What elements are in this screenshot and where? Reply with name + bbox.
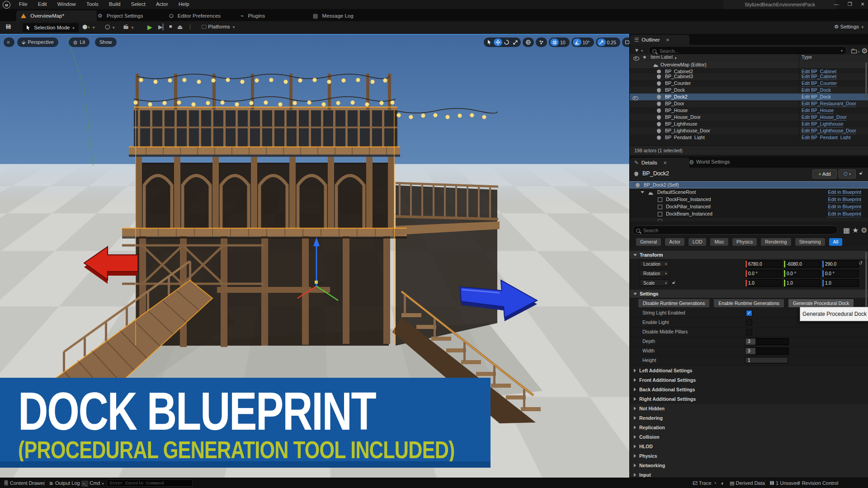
edit-type-link[interactable]: Edit BP_Lighthouse [802, 121, 843, 127]
close-icon[interactable]: ✕ [666, 38, 670, 42]
camera-speed-icon[interactable] [623, 38, 629, 46]
enable-runtime-generations-button[interactable]: Enable Runtime Generations [713, 299, 784, 308]
section-back-additional-settings[interactable]: Back Additional Settings [630, 385, 868, 395]
location-z-field[interactable]: 290.0 [822, 260, 859, 268]
edit-in-blueprint-link[interactable]: Edit in Blueprint [828, 189, 861, 196]
transform-section-header[interactable]: Transform [630, 251, 868, 259]
blueprints-icon[interactable]: ⬡▼ [105, 23, 115, 30]
outliner-row[interactable]: BP_Lighthouse_Door Edit BP_Lighthouse_Do… [630, 127, 868, 134]
tab-world-settings[interactable]: ◍World Settings [689, 159, 730, 165]
outliner-settings-icon[interactable]: ⚙ [861, 47, 868, 55]
location-x-field[interactable]: 6780.0 [745, 260, 782, 268]
disable-runtime-generations-button[interactable]: Disable Runtime Generations [638, 299, 710, 308]
add-folder-icon[interactable]: 🗀︎+ [850, 47, 860, 55]
select-tool-icon[interactable] [485, 38, 494, 46]
pin-column-icon[interactable]: ★ [642, 54, 646, 60]
lock-icon[interactable]: 🔓︎ [859, 170, 863, 176]
edit-type-link[interactable]: Edit BP_House [802, 108, 834, 114]
close-button[interactable]: ✕ [856, 0, 868, 9]
details-search[interactable] [632, 225, 838, 235]
details-search-input[interactable] [642, 227, 818, 234]
cinematics-icon[interactable]: 🎬︎▼ [123, 23, 134, 30]
surface-snapping-icon[interactable] [537, 38, 546, 46]
grid-snap-icon[interactable] [550, 38, 559, 46]
settings-section-header[interactable]: Settings [630, 290, 868, 298]
section-front-additional-settings[interactable]: Front Additional Settings [630, 375, 868, 385]
rotate-tool-icon[interactable] [502, 38, 511, 46]
tab-message-log[interactable]: ▤ Message Log [313, 11, 354, 20]
section-physics[interactable]: Physics [630, 451, 868, 461]
menu-tools[interactable]: Tools [82, 0, 103, 8]
move-tool-icon[interactable] [494, 38, 502, 46]
menu-file[interactable]: File [14, 0, 32, 8]
generate-procedural-dock-button[interactable]: Generate Procedural Dock [788, 299, 854, 308]
category-rendering[interactable]: Rendering [761, 238, 791, 246]
edit-in-blueprint-link[interactable]: Edit in Blueprint [828, 204, 861, 210]
outliner-search-input[interactable] [659, 48, 828, 54]
eject-icon[interactable]: ⏏ [177, 23, 183, 30]
details-scrollbar[interactable] [865, 252, 867, 315]
lit-dropdown[interactable]: ◍Lit [69, 38, 90, 47]
edit-type-link[interactable]: Edit BP_Pendant_Light [802, 135, 851, 140]
display-options-icon[interactable]: ▦ [843, 227, 850, 234]
outliner-search[interactable]: ▾ [649, 46, 847, 55]
menu-select[interactable]: Select [127, 0, 150, 8]
location-y-field[interactable]: -6080.0 [783, 260, 821, 268]
height-field[interactable]: 1 [745, 357, 788, 363]
outliner-scrollbar[interactable] [865, 62, 867, 99]
rotation-snap-value[interactable]: 10° [581, 40, 593, 45]
tab-plugins[interactable]: ⌁ Plugins [241, 11, 265, 20]
tab-editor-preferences[interactable]: ⛭ Editor Preferences [169, 11, 221, 20]
location-dropdown[interactable]: Location▾ [640, 260, 670, 267]
grid-snap-value[interactable]: 10 [559, 40, 568, 45]
close-icon[interactable]: ✕ [663, 160, 667, 165]
unsaved-button[interactable]: 💾︎ 1 Unsaved [769, 478, 800, 488]
details-settings-icon[interactable]: ⚙ [861, 227, 867, 234]
perspective-dropdown[interactable]: ⬙Perspective [17, 38, 58, 47]
category-misc[interactable]: Misc [710, 238, 728, 246]
scale-snap-icon[interactable] [597, 38, 606, 46]
menu-actor[interactable]: Actor [151, 0, 173, 8]
visibility-column-icon[interactable] [633, 56, 639, 61]
edit-in-blueprint-link[interactable]: Edit in Blueprint [828, 197, 861, 203]
outliner-row-selected[interactable]: BP_Dock2 Edit BP_Dock [630, 94, 868, 100]
component-row[interactable]: DockBeam_Instanced Edit in Blueprint [630, 211, 868, 217]
edit-type-link[interactable]: Edit BP_Lighthouse_Door [802, 128, 856, 134]
outliner-row[interactable]: BP_Cabinet3 Edit BP_Cabinet [630, 73, 868, 80]
width-field[interactable]: 3 [745, 347, 789, 355]
component-row[interactable]: DockFloor_Instanced Edit in Blueprint [630, 196, 868, 203]
category-physics[interactable]: Physics [732, 238, 757, 246]
type-column[interactable]: Type [802, 54, 812, 60]
section-right-additional-settings[interactable]: Right Additional Settings [630, 394, 868, 404]
edit-type-link[interactable]: Edit BP_Cabinet [802, 74, 836, 80]
section-rendering[interactable]: Rendering [630, 413, 868, 423]
eye-icon[interactable] [632, 96, 638, 100]
edit-type-link[interactable]: Edit BP_Dock [802, 94, 831, 100]
show-dropdown[interactable]: Show [95, 38, 117, 47]
derived-data-button[interactable]: ▤ Derived Data [730, 478, 765, 488]
category-general[interactable]: General [636, 238, 661, 246]
restore-button[interactable]: ❐ [844, 0, 856, 9]
edit-type-link[interactable]: Edit BP_Cabinet [802, 69, 836, 73]
menu-window[interactable]: Window [53, 0, 80, 8]
minimize-button[interactable]: — [830, 0, 843, 9]
tab-details[interactable]: ✎Details ✕ [630, 158, 689, 168]
rotation-z-field[interactable]: 0.0 ° [822, 270, 859, 277]
tab-overviewmap[interactable]: OverviewMap* [16, 10, 97, 21]
outliner-row[interactable]: BP_House Edit BP_House [630, 107, 868, 114]
disable-middle-pillars-checkbox[interactable] [746, 329, 752, 335]
outliner-row[interactable]: BP_Lighthouse Edit BP_Lighthouse [630, 121, 868, 127]
scale-dropdown[interactable]: Scale▾ [640, 279, 670, 286]
outliner-row[interactable]: BP_Dock Edit BP_Dock [630, 87, 868, 94]
outliner-row[interactable]: BP_Cabinet2 Edit BP_Cabinet [630, 68, 868, 73]
outliner-row[interactable]: BP_Pendant_Light Edit BP_Pendant_Light [630, 134, 868, 140]
output-log-button[interactable]: 🗈︎ Output Log [49, 478, 80, 488]
outliner-world-row[interactable]: OverviewMap (Editor) [630, 61, 868, 68]
tab-outliner[interactable]: ☰Outliner ✕ [630, 35, 689, 45]
console-command-input[interactable]: Enter Console Command [107, 479, 193, 487]
menu-help[interactable]: Help [174, 0, 194, 8]
add-component-button[interactable]: + Add [812, 169, 837, 178]
outliner-row[interactable]: BP_House_Door Edit BP_House_Door [630, 114, 868, 121]
item-label-column[interactable]: Item Label ▲ [651, 54, 677, 60]
stop-icon[interactable]: ■ [169, 23, 172, 29]
